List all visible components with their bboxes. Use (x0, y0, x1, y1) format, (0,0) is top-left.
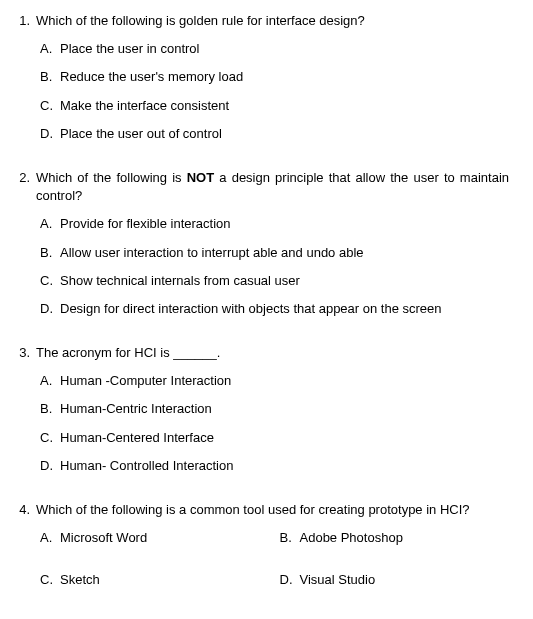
question: 3.The acronym for HCI is ______.A.Human … (8, 344, 509, 475)
option-letter: D. (40, 125, 60, 143)
options-grid: A.Microsoft WordB.Adobe PhotoshopC.Sketc… (40, 529, 509, 599)
question-header: 1.Which of the following is golden rule … (8, 12, 509, 30)
question-number: 3. (8, 344, 36, 362)
question-text: Which of the following is a common tool … (36, 501, 509, 519)
option: A.Human -Computer Interaction (40, 372, 509, 390)
option: A.Provide for flexible interaction (40, 215, 509, 233)
option-letter: B. (40, 68, 60, 86)
option-text: Visual Studio (300, 571, 510, 589)
option-text: Show technical internals from casual use… (60, 272, 509, 290)
option-letter: D. (40, 300, 60, 318)
question-number: 4. (8, 501, 36, 519)
option: B.Adobe Photoshop (280, 529, 510, 547)
option: D.Design for direct interaction with obj… (40, 300, 509, 318)
question-header: 4.Which of the following is a common too… (8, 501, 509, 519)
option-letter: B. (280, 529, 300, 547)
option-letter: A. (40, 215, 60, 233)
option-text: Place the user in control (60, 40, 509, 58)
option: D.Human- Controlled Interaction (40, 457, 509, 475)
option-text: Make the interface consistent (60, 97, 509, 115)
question-number: 2. (8, 169, 36, 187)
option-letter: C. (40, 97, 60, 115)
option-text: Human -Computer Interaction (60, 372, 509, 390)
question-number: 1. (8, 12, 36, 30)
option-text: Sketch (60, 571, 270, 589)
question-text: The acronym for HCI is ______. (36, 344, 509, 362)
question-text-bold: NOT (187, 170, 214, 185)
option-letter: A. (40, 40, 60, 58)
option-letter: B. (40, 244, 60, 262)
option: C.Sketch (40, 571, 270, 589)
option-letter: D. (40, 457, 60, 475)
option: C.Make the interface consistent (40, 97, 509, 115)
option-text: Human- Controlled Interaction (60, 457, 509, 475)
option-letter: C. (40, 571, 60, 589)
question: 1.Which of the following is golden rule … (8, 12, 509, 143)
question-text-part: Which of the following is golden rule fo… (36, 13, 365, 28)
options-list: A.Provide for flexible interactionB.Allo… (40, 215, 509, 318)
question-header: 3.The acronym for HCI is ______. (8, 344, 509, 362)
option: C.Show technical internals from casual u… (40, 272, 509, 290)
option-text: Place the user out of control (60, 125, 509, 143)
option-text: Reduce the user's memory load (60, 68, 509, 86)
option: C.Human-Centered Interface (40, 429, 509, 447)
option: B.Reduce the user's memory load (40, 68, 509, 86)
option-text: Design for direct interaction with objec… (60, 300, 509, 318)
option-letter: A. (40, 372, 60, 390)
question: 2.Which of the following is NOT a design… (8, 169, 509, 318)
option-text: Human-Centric Interaction (60, 400, 509, 418)
option-letter: C. (40, 272, 60, 290)
option: A.Microsoft Word (40, 529, 270, 547)
option-text: Microsoft Word (60, 529, 270, 547)
option-letter: B. (40, 400, 60, 418)
option-text: Human-Centered Interface (60, 429, 509, 447)
option: B.Allow user interaction to interrupt ab… (40, 244, 509, 262)
option-text: Adobe Photoshop (300, 529, 510, 547)
options-list: A.Human -Computer InteractionB.Human-Cen… (40, 372, 509, 475)
option-text: Provide for flexible interaction (60, 215, 509, 233)
options-list: A.Place the user in controlB.Reduce the … (40, 40, 509, 143)
question: 4.Which of the following is a common too… (8, 501, 509, 600)
option-text: Allow user interaction to interrupt able… (60, 244, 509, 262)
question-text: Which of the following is NOT a design p… (36, 169, 509, 205)
option: D.Visual Studio (280, 571, 510, 589)
option: B.Human-Centric Interaction (40, 400, 509, 418)
question-text-part: Which of the following is a common tool … (36, 502, 470, 517)
question-text: Which of the following is golden rule fo… (36, 12, 509, 30)
option: D.Place the user out of control (40, 125, 509, 143)
option-letter: A. (40, 529, 60, 547)
option-letter: D. (280, 571, 300, 589)
document-body: 1.Which of the following is golden rule … (8, 12, 509, 600)
question-text-part: The acronym for HCI is ______. (36, 345, 220, 360)
option: A.Place the user in control (40, 40, 509, 58)
question-header: 2.Which of the following is NOT a design… (8, 169, 509, 205)
option-letter: C. (40, 429, 60, 447)
question-text-part: Which of the following is (36, 170, 187, 185)
